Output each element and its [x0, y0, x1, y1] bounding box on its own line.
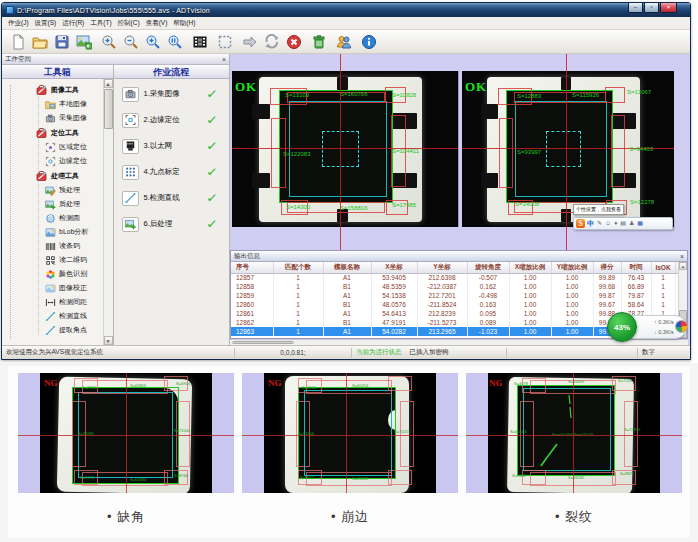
measure-label: S=66582 [568, 475, 584, 480]
tree-item[interactable]: 本地图像 [2, 97, 103, 111]
measure-label: S=72810 [624, 427, 640, 432]
tree-item[interactable]: 检测圆 [2, 211, 103, 225]
stop-icon[interactable] [283, 32, 305, 52]
workspace-header[interactable]: 工作空间 × [2, 54, 229, 65]
status-welcome: 欢迎使用众为兴AVS视觉定位系统 [2, 348, 235, 358]
menu-settings[interactable]: 设置(S) [32, 19, 60, 28]
roi-icon[interactable] [214, 32, 236, 52]
loop-icon[interactable] [261, 32, 283, 52]
tree-item[interactable]: 提取角点 [2, 323, 103, 337]
result-status: NG [44, 378, 58, 388]
ime-tools-icon[interactable]: ♟ [629, 219, 634, 228]
tree-item[interactable]: bLob分析 [2, 225, 103, 239]
col-header[interactable]: 得分 [593, 262, 621, 273]
col-header[interactable]: IsOK [651, 262, 675, 273]
run-arrow-icon[interactable] [239, 32, 261, 52]
measure-label: S=8652 [300, 475, 314, 480]
flow-step[interactable]: 4.九点标定✓ [114, 159, 229, 185]
menu-help[interactable]: 帮助(H) [170, 19, 198, 28]
cell: 48.0576 [371, 300, 417, 309]
zoom-in-icon[interactable] [98, 32, 120, 52]
film-icon[interactable] [189, 32, 211, 52]
flow-step[interactable]: 2.边缘定位✓ [114, 107, 229, 133]
ime-face-icon[interactable]: ☺ [605, 219, 611, 228]
flow-step[interactable]: 6.后处理✓ [114, 211, 229, 237]
col-header[interactable]: 序号 [231, 262, 273, 273]
output-header[interactable]: 输出信息 × [231, 251, 687, 262]
cell: 12863 [231, 327, 273, 336]
menu-job[interactable]: 作业(J) [5, 19, 32, 28]
col-header[interactable]: 匹配个数 [273, 262, 323, 273]
zoom-out-icon[interactable] [120, 32, 142, 52]
tree-item[interactable]: 检测间距 [2, 295, 103, 309]
speed-percent[interactable]: 43% [607, 312, 637, 342]
title-bar[interactable]: D:\Program Files\ADTVision\Jobs\555\555.… [2, 3, 690, 17]
crosshair-v [573, 373, 574, 493]
new-file-icon[interactable] [7, 32, 29, 52]
network-speed-ball[interactable]: 43% ↑ 0.3K/s ↓ 0.3K/s [607, 312, 637, 342]
cell: 54.0282 [371, 327, 417, 336]
workspace-close-icon[interactable]: × [222, 55, 226, 64]
close-button[interactable]: × [660, 3, 677, 13]
defect-gallery: NGS=2961S=63806S=6904S=56981S=71044S=987… [0, 363, 698, 542]
zoom-fit-icon[interactable] [142, 32, 164, 52]
part-gap [337, 77, 348, 91]
camera-view-1[interactable]: OKS=13109S=160766S=10828S=122083S=104411… [232, 71, 458, 227]
tree-group[interactable]: 定位工具 [2, 125, 103, 140]
table-row[interactable]: 128591A154.1538212.7201-0.4981.001.0099.… [231, 291, 683, 300]
maximize-button[interactable]: ▫ [644, 3, 659, 13]
menu-tools[interactable]: 工具(T) [87, 19, 114, 28]
tree-item[interactable]: 颜色识别 [2, 267, 103, 281]
info-icon[interactable] [358, 32, 380, 52]
add-image-icon[interactable] [73, 32, 95, 52]
tree-item[interactable]: 区域定位 [2, 140, 103, 154]
flow-step[interactable]: 3.以太网✓ [114, 133, 229, 159]
security-logo-icon[interactable] [675, 320, 688, 333]
users-icon[interactable] [333, 32, 355, 52]
tree-item[interactable]: 边缘定位 [2, 154, 103, 168]
tree-item[interactable]: 检测直线 [2, 309, 103, 323]
measure-label: S=60163 [510, 429, 526, 434]
ime-toolbar[interactable]: 个性设置，点我查看 S 中 ✎ ☺ ♦ ▤ ♟ ▦ [573, 197, 673, 230]
open-folder-icon[interactable] [29, 32, 51, 52]
menu-control[interactable]: 控制(C) [115, 19, 143, 28]
zoom-pause-icon[interactable] [164, 32, 186, 52]
table-row[interactable]: 128601B148.0576-211.85240.1631.001.0099.… [231, 300, 683, 309]
col-header[interactable]: X坐标 [371, 262, 417, 273]
tree-group[interactable]: 图像工具 [2, 82, 103, 97]
ime-mode-indicator[interactable]: 中 [587, 219, 594, 229]
flow-step[interactable]: 5.检测直线✓ [114, 185, 229, 211]
toolbox-tree: 图像工具本地图像采集图像定位工具区域定位边缘定位处理工具预处理后处理检测圆bLo… [2, 79, 113, 345]
trash-icon[interactable] [308, 32, 330, 52]
col-header[interactable]: 旋转角度 [467, 262, 509, 273]
col-header[interactable]: X缩放比例 [509, 262, 551, 273]
tree-group[interactable]: 处理工具 [2, 168, 103, 183]
col-header[interactable]: 模板名称 [323, 262, 371, 273]
table-row[interactable]: 128581B148.5359-212.03870.1621.001.0099.… [231, 282, 683, 291]
ime-logo[interactable]: S [576, 219, 585, 228]
tree-item[interactable]: 采集图像 [2, 111, 103, 125]
minimize-button[interactable]: – [628, 3, 643, 13]
ime-mic-icon[interactable]: ♦ [614, 219, 617, 228]
ime-skin-icon[interactable]: ▦ [637, 219, 643, 228]
measure-label: S=17485 [392, 202, 416, 208]
tree-item[interactable]: 读条码 [2, 239, 103, 253]
ime-keyboard-icon[interactable]: ▤ [620, 219, 626, 228]
tree-item[interactable]: 预处理 [2, 183, 103, 197]
toolbox-scrollbar[interactable]: ▲ ▼ [103, 79, 113, 345]
col-header[interactable]: Y缩放比例 [551, 262, 593, 273]
tree-item[interactable]: 图像校正 [2, 281, 103, 295]
col-header[interactable]: 时间 [621, 262, 651, 273]
ime-pen-icon[interactable]: ✎ [597, 219, 602, 228]
measure-label: S=160766 [340, 91, 368, 97]
tree-item[interactable]: 后处理 [2, 197, 103, 211]
flow-step[interactable]: 1.采集图像✓ [114, 81, 229, 107]
tree-item[interactable]: 读二维码 [2, 253, 103, 267]
output-close-icon[interactable]: × [680, 252, 684, 261]
menu-view[interactable]: 查看(V) [143, 19, 171, 28]
col-header[interactable]: Y坐标 [417, 262, 467, 273]
save-icon[interactable] [51, 32, 73, 52]
menu-run[interactable]: 运行(R) [59, 19, 87, 28]
cell: -211.8524 [417, 300, 467, 309]
table-row[interactable]: 128571A153.9405212.6398-0.5071.001.0099.… [231, 273, 683, 282]
